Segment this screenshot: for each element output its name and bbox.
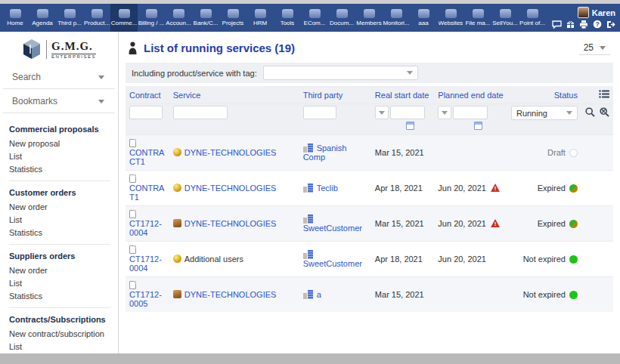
select-columns-icon[interactable] <box>599 90 609 98</box>
services-table: Contract Service Third party Real start … <box>126 86 613 312</box>
filter-end-operator-select[interactable] <box>438 106 451 119</box>
section-commercial-proposals[interactable]: Commercial proposals <box>9 123 118 137</box>
sidebar-item-supplier-orders-list[interactable]: List <box>9 276 110 289</box>
planned-end-date: Jun 20, 2021 <box>438 184 486 193</box>
header-service[interactable]: Service <box>169 86 299 104</box>
menubar-items: Home Agenda Third p... Product... Comme.… <box>2 4 553 32</box>
sidebar-item-orders-list[interactable]: List <box>9 213 110 226</box>
sidebar-item-new-proposal[interactable]: New proposal <box>9 137 118 150</box>
company-icon <box>303 184 314 193</box>
chevron-down-icon <box>442 111 448 115</box>
nav-item-hrm[interactable]: HRM <box>246 4 274 32</box>
nav-item-products[interactable]: Product... <box>83 4 110 32</box>
main-content: List of running services (19) 25 Includi… <box>119 32 620 353</box>
nav-item-ecommerce[interactable]: ECom... <box>301 4 328 32</box>
header-real-start-date[interactable]: Real start date <box>371 86 434 104</box>
user-menu[interactable]: Karen <box>578 7 615 18</box>
calendar-icon[interactable] <box>474 122 482 130</box>
printer-icon[interactable] <box>579 20 588 29</box>
nav-item-commercial[interactable]: Comme... <box>110 4 138 32</box>
nav-item-members[interactable]: Members <box>355 4 383 32</box>
late-warning-icon: ! <box>491 184 500 192</box>
nav-item-third-parties[interactable]: Third p... <box>56 4 83 32</box>
search-icon[interactable] <box>585 107 595 117</box>
calendar-icon[interactable] <box>406 122 414 130</box>
contract-link[interactable]: CONTRAT1 <box>129 184 164 202</box>
sidebar-item-new-order[interactable]: New order <box>9 200 110 213</box>
service-link[interactable]: DYNE-TECHNOLOGIES <box>184 219 277 228</box>
sidebar-item-orders-statistics[interactable]: Statistics <box>9 226 110 239</box>
third-party-link[interactable]: Teclib <box>317 184 338 193</box>
nav-item-tools[interactable]: Tools <box>274 4 301 32</box>
sidebar-item-proposals-statistics[interactable]: Statistics <box>9 162 118 175</box>
header-status[interactable]: Status <box>507 86 581 104</box>
third-party-link[interactable]: SweetCustomer <box>303 259 362 268</box>
nav-item-bank[interactable]: Bank/C... <box>192 4 219 32</box>
nav-item-file-manager[interactable]: File ma... <box>464 4 491 32</box>
filter-end-date-input[interactable] <box>453 106 488 119</box>
nav-item-billing[interactable]: Billing / ... <box>138 4 165 32</box>
nav-item-projects[interactable]: Projects <box>219 4 246 32</box>
nav-item-accounting[interactable]: Accoun... <box>165 4 192 32</box>
nav-item-sellyoursaas[interactable]: SellYou... <box>491 4 519 32</box>
contract-link[interactable]: CT1712-0005 <box>129 290 162 308</box>
chevron-down-icon <box>98 76 104 79</box>
service-link[interactable]: DYNE-TECHNOLOGIES <box>184 290 277 299</box>
filter-status-select[interactable]: Running <box>511 106 578 120</box>
nav-item-websites[interactable]: Websites <box>437 4 464 32</box>
table-row: CONTRACT1 DYNE-TECHNOLOGIES Spanish Comp… <box>126 135 613 171</box>
contract-link[interactable]: CONTRACT1 <box>129 148 164 166</box>
nav-item-point-of-sale[interactable]: Point of... <box>519 4 546 32</box>
status-label: Draft <box>547 148 566 157</box>
svg-text:!: ! <box>494 221 497 227</box>
chevron-down-icon <box>98 100 104 103</box>
table-row: CT1712-0004 DYNE-TECHNOLOGIES SweetCusto… <box>126 206 613 242</box>
service-label: Additional users <box>184 254 243 264</box>
page-size-select[interactable]: 25 <box>579 41 610 55</box>
help-icon[interactable]: ? <box>593 20 602 29</box>
filter-start-date-input[interactable] <box>390 106 425 119</box>
third-party-link[interactable]: SweetCustomer <box>303 224 362 233</box>
nav-item-home[interactable]: Home <box>2 4 29 32</box>
header-planned-end-date[interactable]: Planned end date <box>434 86 507 104</box>
filter-service-input[interactable] <box>173 106 228 119</box>
header-third-party[interactable]: Third party <box>299 86 371 104</box>
third-party-link[interactable]: a <box>317 290 321 299</box>
nav-item-monitoring[interactable]: Monitori... <box>383 4 410 32</box>
filter-third-party-input[interactable] <box>303 106 336 119</box>
clear-search-icon[interactable] <box>600 107 609 117</box>
logout-icon[interactable] <box>606 20 615 29</box>
service-link[interactable]: DYNE-TECHNOLOGIES <box>184 148 277 157</box>
tag-filter-select[interactable] <box>263 66 418 80</box>
contract-link[interactable]: CT1712-0004 <box>129 219 162 237</box>
contract-icon <box>129 245 136 254</box>
sidebar-item-new-supplier-order[interactable]: New order <box>9 264 110 276</box>
section-suppliers-orders[interactable]: Suppliers orders <box>9 250 110 264</box>
sidebar-item-new-contract[interactable]: New contract/subscription <box>9 327 110 340</box>
websites-icon <box>445 9 457 18</box>
sidebar-search-toggle[interactable]: Search <box>3 65 115 89</box>
filter-contract-input[interactable] <box>129 106 163 119</box>
chat-icon[interactable] <box>552 20 562 29</box>
nav-item-aaa[interactable]: aaa <box>410 4 437 32</box>
contract-icon <box>129 139 136 147</box>
contract-link[interactable]: CT1712-0004 <box>129 254 162 273</box>
sidebar-item-supplier-orders-statistics[interactable]: Statistics <box>9 289 110 302</box>
filter-start-operator-select[interactable] <box>375 106 389 119</box>
service-link[interactable]: DYNE-TECHNOLOGIES <box>184 184 277 193</box>
sidebar-item-contracts-list[interactable]: List <box>9 340 110 353</box>
section-contracts-subscriptions[interactable]: Contracts/Subscriptions <box>9 313 110 327</box>
company-icon <box>303 250 314 259</box>
window-bottom-edge <box>0 353 620 364</box>
nav-item-agenda[interactable]: Agenda <box>29 4 56 32</box>
real-start-date: Mar 15, 2021 <box>371 135 434 171</box>
tools-icon <box>282 9 293 18</box>
sidebar-bookmarks-toggle[interactable]: Bookmarks <box>3 89 115 113</box>
gift-icon[interactable] <box>566 20 575 29</box>
bank-icon <box>200 9 212 18</box>
header-contract[interactable]: Contract <box>126 86 169 104</box>
section-customer-orders[interactable]: Customer orders <box>9 187 110 200</box>
sidebar-item-proposals-list[interactable]: List <box>9 150 118 162</box>
nav-item-documents[interactable]: Docum... <box>328 4 355 32</box>
user-name: Karen <box>592 8 615 17</box>
